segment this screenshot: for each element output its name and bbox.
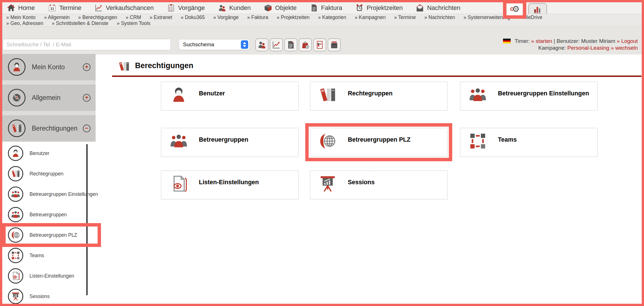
settings-button[interactable]: ⚙ ⚙	[507, 2, 522, 16]
add-customer-button[interactable]	[255, 38, 268, 51]
breadcrumb-link-filedrive[interactable]: » FileDrive	[519, 14, 542, 20]
breadcrumb-link-projektzeiten[interactable]: » Projektzeiten	[277, 14, 310, 20]
team-nodes-icon	[468, 132, 487, 150]
german-flag-icon	[503, 39, 511, 43]
sidebar-section-mein-konto[interactable]: Mein Konto +	[2, 54, 96, 80]
sidebar-item-sessions[interactable]: Sessions	[2, 286, 96, 306]
breadcrumb-row-2: » Geo, Adressen » Schnittstellen & Diens…	[6, 20, 642, 26]
breadcrumb-link-faktura[interactable]: » Faktura	[247, 14, 268, 20]
breadcrumb-link-termine[interactable]: » Termine	[394, 14, 416, 20]
nav-item-kunden[interactable]: Kunden	[218, 4, 251, 12]
books-icon	[8, 166, 23, 181]
certificate-icon	[315, 40, 324, 49]
nav-item-objekte[interactable]: Objekte	[264, 4, 297, 12]
nav-item-vorgaenge[interactable]: Vorgänge	[167, 4, 205, 12]
tile-teams[interactable]: Teams	[460, 128, 598, 157]
breadcrumb-link-kampagnen[interactable]: » Kampagnen	[355, 14, 386, 20]
sidebar-section-berechtigungen[interactable]: Berechtigungen −	[2, 115, 96, 142]
session-line-2: Kampagne: Personal-Leasing » wechseln	[503, 45, 638, 51]
nav-item-home[interactable]: Home	[7, 4, 35, 12]
sidebar-section-allgemein[interactable]: Allgemein +	[2, 85, 96, 111]
nav-item-nachrichten[interactable]: Nachrichten	[416, 4, 460, 12]
order-bag-button[interactable]	[299, 38, 312, 51]
user-name: Muster Miriam	[581, 38, 615, 44]
breadcrumb-link-systemerweiterung[interactable]: » Systemerweiterung	[464, 14, 510, 20]
nav-item-termine[interactable]: 31 Termine	[48, 4, 81, 12]
breadcrumb-link-vorgaenge[interactable]: » Vorgänge	[213, 14, 239, 20]
books-icon	[8, 120, 26, 137]
user-avatar-icon	[169, 85, 188, 104]
tile-label: Betreuergruppen PLZ	[348, 136, 411, 143]
sidebar-item-listen-einstellungen[interactable]: Listen-Einstellungen	[2, 266, 96, 286]
box-icon	[264, 4, 272, 12]
search-input[interactable]	[3, 39, 171, 50]
toolbar: Suchschema Timer: » star	[2, 27, 642, 55]
line-chart-icon	[94, 4, 103, 12]
disc-icon	[8, 89, 26, 106]
breadcrumb-link-mein-konto[interactable]: » Mein Konto	[6, 14, 35, 20]
breadcrumb-link-crm[interactable]: » CRM	[126, 14, 141, 20]
timer-start-link[interactable]: » starten	[531, 38, 552, 44]
breadcrumb-row-1: » Mein Konto » Allgemein » Berechtigunge…	[6, 14, 642, 20]
campaign-switch-link[interactable]: » wechseln	[611, 45, 638, 51]
order-bag-icon	[301, 40, 310, 49]
schema-select[interactable]: Suchschema	[179, 39, 250, 50]
certificate-button[interactable]	[313, 38, 326, 51]
logout-link[interactable]: » Logout	[617, 38, 638, 44]
sidebar-item-label: Benutzer	[30, 143, 49, 164]
session-info: Timer: » starten | Benutzer: Muster Miri…	[503, 38, 638, 51]
mailbox-button[interactable]	[328, 38, 341, 51]
nav-item-faktura[interactable]: Faktura	[310, 4, 342, 12]
people-group-icon	[8, 207, 23, 222]
breadcrumb-link-system-tools[interactable]: » System Tools	[117, 20, 150, 26]
list-eye-icon	[8, 268, 23, 284]
globe-icon	[318, 132, 337, 150]
clipboard-icon	[167, 4, 175, 12]
collapse-icon[interactable]: −	[83, 125, 91, 132]
breadcrumb-link-kategorien[interactable]: » Kategorien	[318, 14, 346, 20]
books-icon	[118, 60, 130, 73]
breadcrumb-link-doku365[interactable]: » Doku365	[181, 14, 205, 20]
envelope-icon	[416, 4, 424, 12]
tile-label: Teams	[498, 136, 517, 143]
people-group-icon	[8, 186, 23, 202]
user-avatar-icon	[8, 58, 26, 76]
campaign-label: Kampagne:	[538, 45, 566, 51]
sidebar-scrollbar[interactable]	[86, 144, 88, 295]
sales-chart-button[interactable]	[270, 38, 283, 51]
breadcrumb-link-allgemein[interactable]: » Allgemein	[44, 14, 70, 20]
nav-item-verkaufschancen[interactable]: Verkaufschancen	[94, 4, 154, 12]
breadcrumb-link-schnittstellen-dienste[interactable]: » Schnittstellen & Dienste	[52, 20, 108, 26]
expand-icon[interactable]: +	[83, 63, 91, 71]
breadcrumb-link-extranet[interactable]: » Extranet	[150, 14, 172, 20]
tile-betreuergruppen[interactable]: Betreuergruppen	[161, 128, 299, 157]
new-document-icon	[286, 40, 295, 49]
sidebar-item-rechtegruppen[interactable]: Rechtegruppen	[2, 164, 96, 184]
tile-benutzer[interactable]: Benutzer	[161, 81, 299, 111]
sidebar-item-label: Betreuergruppen Einstellungen	[30, 184, 98, 204]
sidebar-section-label: Berechtigungen	[32, 115, 77, 142]
tile-listen-einstellungen[interactable]: Listen-Einstellungen	[161, 170, 299, 200]
tile-sessions[interactable]: Sessions	[310, 170, 448, 200]
breadcrumb-link-berechtigungen[interactable]: » Berechtigungen	[78, 14, 117, 20]
tile-rechtegruppen[interactable]: Rechtegruppen	[310, 81, 448, 111]
tile-betreuergruppen-einstellungen[interactable]: Betreuergruppen Einstellungen	[460, 81, 598, 111]
tile-betreuergruppen-plz[interactable]: Betreuergruppen PLZ	[310, 128, 448, 157]
sidebar-item-benutzer[interactable]: Benutzer	[2, 143, 96, 164]
sidebar-item-label: Listen-Einstellungen	[30, 266, 74, 286]
expand-icon[interactable]: +	[83, 94, 91, 102]
sidebar-item-betreuergruppen-einstellungen[interactable]: Betreuergruppen Einstellungen	[2, 184, 96, 204]
sidebar-item-betreuergruppen-plz[interactable]: Betreuergruppen PLZ	[2, 225, 96, 245]
sidebar-item-label: Betreuergruppen PLZ	[30, 225, 77, 245]
sales-chart-icon	[272, 40, 281, 49]
new-document-button[interactable]	[284, 38, 297, 51]
nav-item-projektzeiten[interactable]: Projektzeiten	[355, 4, 403, 12]
sidebar-item-betreuergruppen[interactable]: Betreuergruppen	[2, 204, 96, 225]
nav-label: Home	[18, 4, 35, 12]
sidebar-item-teams[interactable]: Teams	[2, 245, 96, 266]
app-window: Home 31 Termine Verkaufschancen Vorgänge…	[0, 0, 644, 306]
breadcrumb-link-nachrichten[interactable]: » Nachrichten	[424, 14, 455, 20]
tile-label: Sessions	[348, 179, 374, 186]
breadcrumb-link-geo-adressen[interactable]: » Geo, Adressen	[6, 20, 43, 26]
bar-chart-icon	[533, 5, 542, 15]
